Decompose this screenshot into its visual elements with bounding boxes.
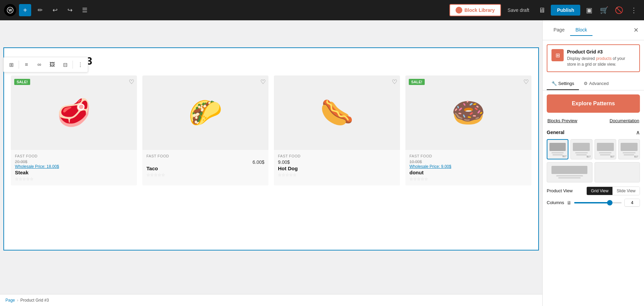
columns-slider[interactable] [574,202,622,203]
product-image-hotdog: ♡ 🌭 [274,75,400,150]
hotdog-name: Hot Dog [278,166,396,171]
thumb-3-line2 [600,154,610,155]
woocommerce-icon-button[interactable]: 🛒 [598,4,610,16]
wp-logo[interactable]: W [4,4,16,16]
steak-emoji: 🥩 [57,97,91,129]
thumbnail-3[interactable]: $17 [595,139,616,159]
more-options-button[interactable]: ⋮ [628,4,640,16]
blocks-preview-link[interactable]: Blocks Preview [547,118,577,123]
wishlist-button-taco[interactable]: ♡ [260,78,266,86]
block-grid-button[interactable]: ⊟ [59,59,71,71]
settings-tab[interactable]: 🔧 Settings [547,78,579,90]
block-icon-box: ⊞ [551,49,564,61]
list-view-button[interactable]: ☰ [79,4,91,16]
thumbnails-bottom-row [547,162,640,182]
general-label: General [547,130,564,135]
settings-advanced-tabs: 🔧 Settings ⚙ Advanced [543,78,644,90]
documentation-link[interactable]: Documentation [610,118,639,123]
block-info-panel: ⊞ Product Grid #3 Display desired produc… [547,44,640,72]
wishlist-button-steak[interactable]: ♡ [129,78,134,86]
product-info-taco: FAST FOOD 6.00$ Taco ☆☆☆☆☆ [142,150,268,181]
taco-name: Taco [146,166,264,171]
taco-emoji: 🌮 [188,97,222,129]
block-info-description: Display desired products of your store i… [567,56,635,67]
thumb-3-image [597,143,614,151]
thumb-3-price: $17 [610,155,615,158]
block-align-button[interactable]: ≡ [20,59,33,71]
block-media-button[interactable]: 🖼 [46,59,58,71]
thumbnail-2[interactable]: $17 [570,139,592,159]
steak-category: FAST FOOD [15,154,133,158]
sidebar-header: Page Block ✕ [543,20,644,40]
block-title: Product Grid #3 [11,55,531,67]
settings-wrench-icon: 🔧 [551,81,557,86]
product-card-hotdog: ♡ 🌭 FAST FOOD 9.00$ Hot Dog ☆☆☆☆☆ [274,75,400,185]
block-link-button[interactable]: ∞ [33,59,45,71]
steak-wholesale: Wholesale Price: 18.00$ [15,164,133,169]
block-library-button[interactable]: 🛍 Block Library [449,4,501,16]
general-section-header: General ∧ [547,126,640,139]
thumb-1-image [549,143,566,151]
wishlist-button-donut[interactable]: ♡ [523,78,529,86]
sale-badge-steak: SALE! [14,79,30,85]
publish-button[interactable]: Publish [551,5,580,16]
thumbnail-6[interactable] [595,162,640,182]
block-type-icon-button[interactable]: ⊞ [5,59,17,71]
product-view-row: Product View Grid View Slide View [547,187,640,195]
columns-icon: 🖥 [567,200,571,205]
tab-page[interactable]: Page [548,24,570,36]
thumbnail-5[interactable] [547,162,592,182]
wishlist-button-hotdog[interactable]: ♡ [392,78,397,86]
add-block-button[interactable]: + [19,4,31,16]
product-view-label: Product View [547,188,572,193]
taco-category: FAST FOOD [146,154,264,158]
block-toolbar: ⊞ ≡ ∞ 🖼 ⊟ ⋮ [3,57,88,72]
block-info-text: Product Grid #3 Display desired products… [567,49,635,67]
advanced-tab[interactable]: ⚙ Advanced [579,78,613,90]
breadcrumb-page[interactable]: Page [5,298,15,303]
hotdog-price-row: 9.00$ [278,159,396,165]
product-image-donut: SALE! ♡ 🍩 [405,75,531,150]
general-collapse-button[interactable]: ∧ [636,129,640,136]
columns-input[interactable] [625,199,640,206]
thumbnail-4[interactable]: $17 [618,139,640,159]
donut-wholesale: Wholesale Price: 9.00$ [409,164,527,169]
explore-patterns-button[interactable]: Explore Patterns [547,94,640,113]
thumb-4-price: $17 [634,155,638,158]
breadcrumb: Page › Product Grid #3 [0,294,542,306]
columns-row: Columns 🖥 [547,199,640,207]
sidebar-close-button[interactable]: ✕ [633,26,639,34]
slider-thumb [607,200,612,205]
hotdog-stars: ☆☆☆☆☆ [278,173,396,177]
slide-view-button[interactable]: Slide View [612,187,640,195]
sidebar-toggle-button[interactable]: ▣ [583,4,595,16]
block-info-link[interactable]: products [596,56,611,61]
edit-icon-button[interactable]: ✏ [34,4,46,16]
editor-area: ⊞ ≡ ∞ 🖼 ⊟ ⋮ Product Grid #3 SALE! ♡ 🥩 [0,20,542,306]
content-block: Product Grid #3 SALE! ♡ 🥩 FAST FOOD 20.0… [3,47,539,250]
thumb-2-price: $17 [587,155,591,158]
undo-button[interactable]: ↩ [49,4,61,16]
thumbnail-1[interactable]: $17 [547,139,568,159]
thumbnails-top-row: $17 $17 $17 $17 [547,139,640,159]
thumb-5-line1 [556,175,583,176]
steak-price-row: 20.00$ [15,159,133,164]
thumb-2-image [573,143,590,151]
block-library-label: Block Library [464,7,495,13]
save-draft-button[interactable]: Save draft [504,5,534,15]
block-more-button[interactable]: ⋮ [74,59,86,71]
redo-button[interactable]: ↪ [64,4,76,16]
toolbar-divider-1 [19,61,19,69]
preview-icon-button[interactable]: 🖥 [536,4,548,16]
donut-original-price: 10.00$ [409,159,422,164]
taco-price-row: 6.00$ [146,159,264,165]
tab-block[interactable]: Block [570,24,592,36]
thumb-5-image [551,166,587,174]
thumb-1-price: $17 [563,155,567,157]
thumb-5-line2 [558,177,581,178]
grid-view-button[interactable]: Grid View [587,187,612,195]
product-image-steak: SALE! ♡ 🥩 [11,75,137,150]
slider-container [574,199,640,207]
block-library-icon: 🛍 [456,7,462,14]
updates-icon-button[interactable]: 🚫 [613,4,625,16]
